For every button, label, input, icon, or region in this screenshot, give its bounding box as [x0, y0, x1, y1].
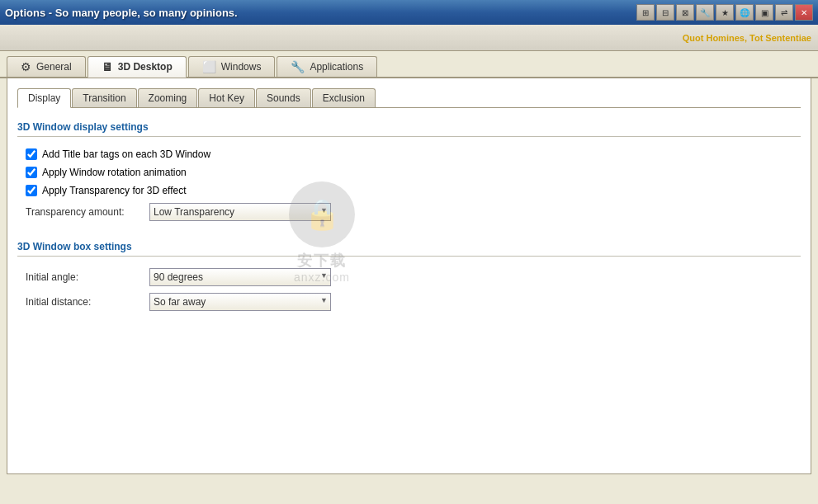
checkbox-rotation-input[interactable] — [26, 167, 37, 178]
tab-3ddesktop-label: 3D Desktop — [118, 61, 173, 73]
title-bar: Options - So many people, so many opinio… — [0, 0, 818, 25]
star-btn[interactable]: ★ — [716, 4, 734, 21]
restore-btn[interactable]: ⊞ — [636, 4, 655, 21]
transparency-amount-label: Transparency amount: — [26, 206, 141, 218]
tab-3ddesktop[interactable]: 🖥 3D Desktop — [87, 56, 187, 78]
checkbox-transparency-input[interactable] — [26, 185, 37, 196]
initial-angle-dropdown[interactable]: 90 degrees 45 degrees 60 degrees 120 deg… — [149, 268, 331, 286]
initial-distance-dropdown-wrapper: So far away Near Medium Far — [149, 293, 331, 311]
tile-btn[interactable]: ⊟ — [656, 4, 674, 21]
initial-distance-dropdown[interactable]: So far away Near Medium Far — [149, 293, 331, 311]
tab-general-label: General — [36, 61, 72, 73]
subtab-exclusion-label: Exclusion — [323, 92, 365, 104]
3ddesktop-icon: 🖥 — [102, 60, 113, 73]
subtab-exclusion[interactable]: Exclusion — [312, 88, 376, 107]
checkbox-transparency: Apply Transparency for 3D effect — [17, 185, 801, 196]
general-icon: ⚙ — [21, 60, 31, 73]
checkbox-transparency-label: Apply Transparency for 3D effect — [42, 185, 187, 196]
windows-icon: ⬜ — [202, 60, 216, 73]
subtab-transition-label: Transition — [83, 92, 125, 104]
window-title: Options - So many people, so many opinio… — [5, 7, 238, 19]
subtab-zooming-label: Zooming — [149, 92, 187, 104]
motto: Quot Homines, Tot Sententiae — [683, 33, 811, 43]
tab-applications[interactable]: 🔧 Applications — [277, 56, 377, 77]
transparency-dropdown[interactable]: Low Transparency Medium Transparency Hig… — [149, 203, 331, 221]
globe-btn[interactable]: 🌐 — [735, 4, 754, 21]
sub-tabs: Display Transition Zooming Hot Key Sound… — [17, 88, 801, 108]
subtab-zooming[interactable]: Zooming — [138, 88, 198, 107]
initial-angle-label: Initial angle: — [26, 271, 141, 283]
subtab-hotkey-label: Hot Key — [209, 92, 244, 104]
subtab-hotkey[interactable]: Hot Key — [198, 88, 255, 107]
checkbox-titlebar-input[interactable] — [26, 148, 37, 160]
title-buttons: ⊞ ⊟ ⊠ 🔧 ★ 🌐 ▣ ⇌ ✕ — [636, 4, 813, 21]
box-section-header: 3D Window box settings — [17, 241, 801, 257]
arrows-btn[interactable]: ⇌ — [775, 4, 793, 21]
initial-distance-label: Initial distance: — [26, 296, 141, 308]
checkbox-rotation-label: Apply Window rotation animation — [42, 167, 187, 178]
window-btn[interactable]: ▣ — [755, 4, 773, 21]
checkbox-titlebar-label: Add Title bar tags on each 3D Window — [42, 148, 210, 160]
subtab-sounds-label: Sounds — [267, 92, 300, 104]
wrench-btn[interactable]: 🔧 — [696, 4, 714, 21]
subtab-transition[interactable]: Transition — [72, 88, 136, 107]
subtab-display[interactable]: Display — [17, 88, 71, 108]
grid-btn[interactable]: ⊠ — [676, 4, 694, 21]
subtab-sounds[interactable]: Sounds — [256, 88, 311, 107]
content-area: Display Transition Zooming Hot Key Sound… — [7, 78, 811, 474]
transparency-dropdown-wrapper: Low Transparency Medium Transparency Hig… — [149, 203, 331, 221]
toolbar: Quot Homines, Tot Sententiae — [0, 25, 818, 51]
box-settings-section: 3D Window box settings Initial angle: 90… — [17, 241, 801, 311]
tab-general[interactable]: ⚙ General — [7, 56, 86, 77]
tab-windows[interactable]: ⬜ Windows — [188, 56, 276, 77]
main-tabs: ⚙ General 🖥 3D Desktop ⬜ Windows 🔧 Appli… — [0, 51, 818, 78]
checkbox-titlebar: Add Title bar tags on each 3D Window — [17, 148, 801, 160]
transparency-amount-row: Transparency amount: Low Transparency Me… — [17, 203, 801, 221]
display-section-header: 3D Window display settings — [17, 121, 801, 137]
initial-angle-dropdown-wrapper: 90 degrees 45 degrees 60 degrees 120 deg… — [149, 268, 331, 286]
initial-distance-row: Initial distance: So far away Near Mediu… — [17, 293, 801, 311]
tab-windows-label: Windows — [221, 61, 262, 73]
initial-angle-row: Initial angle: 90 degrees 45 degrees 60 … — [17, 268, 801, 286]
tab-applications-label: Applications — [310, 61, 363, 73]
checkbox-rotation: Apply Window rotation animation — [17, 167, 801, 178]
close-btn[interactable]: ✕ — [795, 4, 813, 21]
display-settings-section: 3D Window display settings Add Title bar… — [17, 121, 801, 221]
subtab-display-label: Display — [28, 92, 60, 104]
applications-icon: 🔧 — [291, 60, 305, 73]
